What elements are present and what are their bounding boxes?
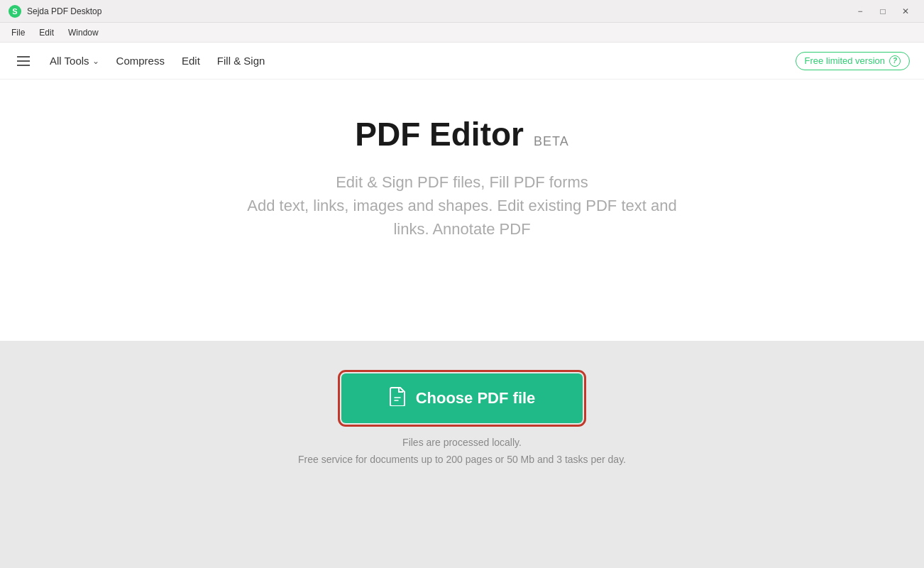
maximize-button[interactable]: □ <box>873 4 893 19</box>
title-bar: S Sejda PDF Desktop − □ ✕ <box>0 0 924 23</box>
info-text: Files are processed locally. Free servic… <box>298 435 626 469</box>
beta-badge: BETA <box>534 134 569 149</box>
main-content: PDF Editor BETA Edit & Sign PDF files, F… <box>0 80 924 568</box>
all-tools-button[interactable]: All Tools <box>50 55 99 67</box>
free-version-badge[interactable]: Free limited version ? <box>796 52 910 70</box>
toolbar: All Tools Compress Edit Fill & Sign Free… <box>0 43 924 80</box>
info-line2: Free service for documents up to 200 pag… <box>298 452 626 469</box>
menu-file[interactable]: File <box>6 26 31 40</box>
choose-pdf-button[interactable]: Choose PDF file <box>341 373 583 423</box>
subtitle: Edit & Sign PDF files, Fill PDF forms Ad… <box>247 170 676 241</box>
minimize-button[interactable]: − <box>850 4 870 19</box>
title-wrap: PDF Editor BETA <box>355 115 568 153</box>
title-bar-left: S Sejda PDF Desktop <box>9 5 101 18</box>
compress-button[interactable]: Compress <box>116 55 165 67</box>
subtitle-line3: links. Annotate PDF <box>247 217 676 241</box>
button-area: Choose PDF file Files are processed loca… <box>298 373 626 469</box>
info-line1: Files are processed locally. <box>298 435 626 452</box>
subtitle-line1: Edit & Sign PDF files, Fill PDF forms <box>247 170 676 194</box>
fill-sign-button[interactable]: Fill & Sign <box>217 55 265 67</box>
free-version-label: Free limited version <box>805 55 885 66</box>
subtitle-line2: Add text, links, images and shapes. Edit… <box>247 194 676 217</box>
page-title: PDF Editor <box>355 115 524 153</box>
app-title: Sejda PDF Desktop <box>27 6 101 16</box>
hamburger-menu-button[interactable] <box>14 53 33 69</box>
choose-pdf-label: Choose PDF file <box>416 389 536 408</box>
hero-section: PDF Editor BETA Edit & Sign PDF files, F… <box>0 80 924 568</box>
menu-edit[interactable]: Edit <box>33 26 60 40</box>
edit-button[interactable]: Edit <box>182 55 200 67</box>
close-button[interactable]: ✕ <box>896 4 915 19</box>
toolbar-nav: All Tools Compress Edit Fill & Sign <box>50 55 779 67</box>
menu-window[interactable]: Window <box>62 26 104 40</box>
info-icon: ? <box>889 55 901 67</box>
menu-bar: File Edit Window <box>0 23 924 43</box>
app-icon: S <box>9 5 21 18</box>
pdf-file-icon <box>389 386 406 410</box>
title-bar-controls: − □ ✕ <box>850 4 915 19</box>
